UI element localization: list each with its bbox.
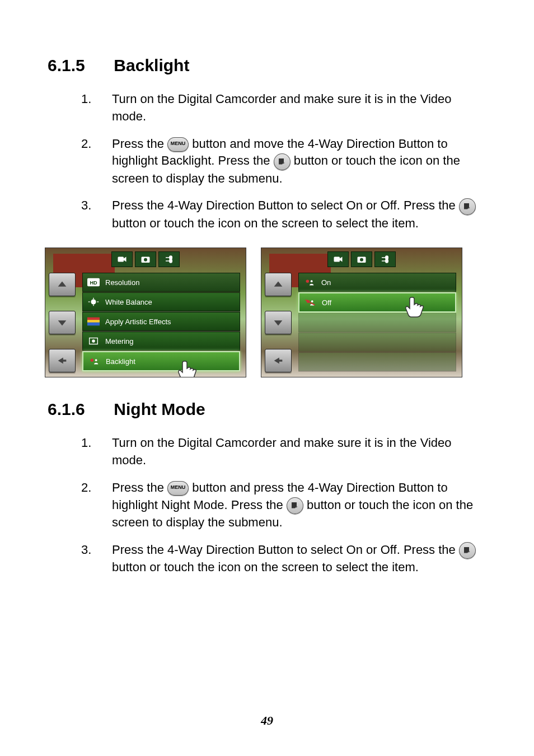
menu-item-label: Apply Artistic Effects	[105, 318, 171, 326]
hd-icon: HD	[87, 278, 100, 287]
svg-point-20	[306, 280, 310, 283]
page-number: 49	[0, 713, 534, 728]
svg-rect-0	[118, 257, 124, 262]
step-text: Turn on the Digital Camcorder and make s…	[112, 91, 486, 125]
menu-item-artistic-effects[interactable]: Apply Artistic Effects	[82, 312, 240, 331]
side-buttons	[49, 273, 76, 372]
ok-button-icon	[459, 542, 476, 559]
section-number: 6.1.6	[48, 400, 109, 419]
menu-item-label: Resolution	[105, 278, 139, 287]
menu-item-label: Backlight	[106, 357, 135, 366]
tab-settings-icon[interactable]	[158, 251, 180, 267]
section-heading-night-mode: 6.1.6 Night Mode	[48, 400, 486, 419]
menu-button-icon: MENU	[167, 137, 189, 152]
step-text: Turn on the Digital Camcorder and make s…	[112, 435, 486, 469]
svg-rect-11	[87, 320, 100, 323]
ok-button-icon	[459, 198, 476, 215]
steps-night-mode: 1. Turn on the Digital Camcorder and mak…	[48, 435, 486, 576]
svg-point-14	[92, 340, 95, 343]
ok-button-icon	[274, 153, 291, 170]
top-mode-tabs	[261, 251, 462, 267]
submenu-item-empty	[298, 333, 456, 352]
step-3: 3. Press the 4-Way Direction Button to s…	[81, 197, 486, 232]
submenu-item-empty	[298, 313, 456, 332]
section-heading-backlight: 6.1.5 Backlight	[48, 56, 486, 75]
wb-icon	[87, 297, 100, 306]
tab-photo-icon[interactable]	[351, 251, 372, 267]
svg-rect-12	[87, 323, 100, 326]
step-3: 3. Press the 4-Way Direction Button to s…	[81, 542, 486, 576]
svg-point-19	[360, 258, 363, 262]
screenshot-menu: HD Resolution White Balance Apply Artist…	[45, 248, 246, 377]
metering-icon	[87, 337, 100, 346]
step-2: 2. Press the MENU button and move the 4-…	[81, 136, 486, 188]
svg-point-5	[91, 300, 96, 305]
svg-line-24	[306, 300, 315, 305]
submenu-item-off[interactable]: Off	[298, 292, 456, 312]
svg-point-21	[311, 281, 313, 283]
step-text: Press the MENU button and move the 4-Way…	[112, 136, 486, 188]
submenu-item-label: Off	[322, 298, 331, 307]
up-button[interactable]	[49, 273, 76, 296]
menu-item-resolution[interactable]: HD Resolution	[82, 273, 240, 292]
back-button[interactable]	[49, 349, 76, 372]
menu-item-backlight[interactable]: Backlight	[82, 351, 240, 371]
screenshot-row: HD Resolution White Balance Apply Artist…	[45, 248, 486, 377]
tab-video-icon[interactable]	[327, 251, 349, 267]
step-number: 2.	[81, 479, 112, 531]
step-number: 3.	[81, 542, 112, 576]
submenu-item-label: On	[321, 278, 331, 287]
submenu-item-on[interactable]: On	[298, 273, 456, 292]
down-button[interactable]	[265, 311, 292, 334]
ok-button-icon	[287, 497, 303, 514]
svg-point-16	[95, 360, 97, 362]
section-title: Backlight	[114, 56, 189, 74]
step-2: 2. Press the MENU button and press the 4…	[81, 479, 486, 531]
menu-list: HD Resolution White Balance Apply Artist…	[82, 273, 240, 371]
side-buttons	[265, 273, 292, 372]
menu-item-metering[interactable]: Metering	[82, 332, 240, 351]
submenu-item-empty	[298, 352, 456, 371]
down-button[interactable]	[49, 311, 76, 334]
menu-item-label: Metering	[105, 337, 134, 346]
svg-text:HD: HD	[90, 280, 97, 286]
menu-item-label: White Balance	[105, 298, 152, 306]
backlight-on-icon	[303, 278, 316, 287]
step-text: Press the 4-Way Direction Button to sele…	[112, 197, 486, 232]
backlight-off-icon	[304, 298, 316, 307]
submenu-list: On Off	[298, 273, 456, 371]
effects-icon	[87, 317, 100, 326]
steps-backlight: 1. Turn on the Digital Camcorder and mak…	[48, 91, 486, 232]
step-number: 3.	[81, 197, 112, 232]
top-mode-tabs	[45, 251, 246, 267]
svg-point-15	[91, 359, 94, 362]
step-number: 1.	[81, 435, 112, 469]
section-number: 6.1.5	[48, 56, 109, 75]
tab-video-icon[interactable]	[111, 251, 133, 267]
svg-rect-17	[334, 257, 340, 262]
step-text: Press the 4-Way Direction Button to sele…	[112, 542, 486, 576]
section-title: Night Mode	[114, 400, 205, 418]
screenshot-submenu: On Off	[261, 248, 462, 377]
menu-button-icon: MENU	[167, 481, 189, 496]
step-number: 2.	[81, 136, 112, 188]
svg-point-2	[144, 258, 147, 262]
backlight-icon	[88, 357, 100, 366]
step-number: 1.	[81, 91, 112, 125]
step-1: 1. Turn on the Digital Camcorder and mak…	[81, 91, 486, 125]
back-button[interactable]	[265, 349, 292, 372]
tab-settings-icon[interactable]	[374, 251, 396, 267]
up-button[interactable]	[265, 273, 292, 296]
step-text: Press the MENU button and press the 4-Wa…	[112, 479, 486, 531]
step-1: 1. Turn on the Digital Camcorder and mak…	[81, 435, 486, 469]
svg-rect-10	[87, 318, 100, 320]
tab-photo-icon[interactable]	[135, 251, 156, 267]
svg-point-23	[311, 301, 313, 303]
menu-item-white-balance[interactable]: White Balance	[82, 292, 240, 311]
